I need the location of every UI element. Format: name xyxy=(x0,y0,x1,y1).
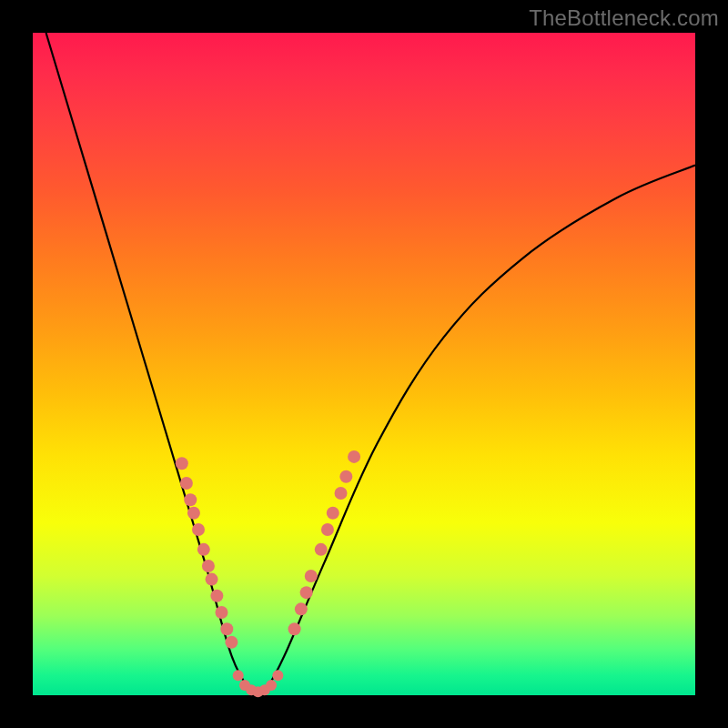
dot-left-1 xyxy=(180,477,193,490)
dot-right-5 xyxy=(321,523,334,536)
chart-frame: TheBottleneck.com xyxy=(0,0,728,728)
watermark-text: TheBottleneck.com xyxy=(529,5,719,31)
dot-right-1 xyxy=(295,602,308,615)
dots-layer xyxy=(176,450,360,697)
dot-left-2 xyxy=(184,493,197,506)
curve-layer xyxy=(46,33,695,696)
dot-right-9 xyxy=(348,450,360,463)
dot-right-6 xyxy=(327,507,339,520)
chart-svg xyxy=(33,33,695,695)
dot-right-4 xyxy=(315,543,328,556)
dot-right-2 xyxy=(300,586,313,599)
curve-right-curve xyxy=(258,166,695,696)
dot-left-8 xyxy=(210,590,223,602)
dot-right-0 xyxy=(288,622,301,635)
dot-left-6 xyxy=(202,560,215,572)
curve-left-curve xyxy=(46,33,258,696)
dot-bottom-6 xyxy=(272,670,283,681)
plot-area xyxy=(33,33,695,695)
dot-left-0 xyxy=(176,457,188,470)
dot-left-11 xyxy=(225,636,238,649)
dot-left-3 xyxy=(187,507,200,520)
dot-left-10 xyxy=(220,622,233,635)
dot-bottom-0 xyxy=(233,670,244,681)
dot-right-7 xyxy=(335,487,348,500)
dot-left-4 xyxy=(192,523,205,536)
dot-right-3 xyxy=(305,570,318,582)
dot-right-8 xyxy=(339,470,352,483)
dot-left-9 xyxy=(215,606,228,619)
dot-bottom-5 xyxy=(266,680,277,691)
dot-left-7 xyxy=(206,573,218,586)
dot-left-5 xyxy=(197,543,210,556)
